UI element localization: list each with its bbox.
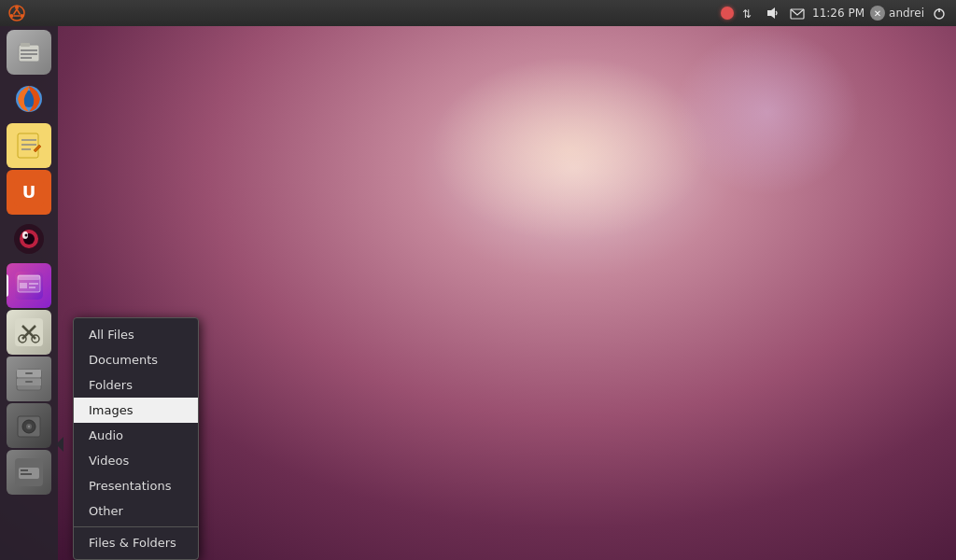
launcher-icon-scissors[interactable] [7,310,51,355]
menu-item-all-files[interactable]: All Files [74,322,198,347]
svg-rect-34 [29,283,38,285]
user-avatar-icon: ✕ [870,6,885,21]
record-indicator [721,7,734,20]
launcher-arrow [56,437,63,452]
svg-point-29 [25,234,28,237]
svg-rect-16 [21,57,32,59]
svg-rect-14 [21,49,37,51]
panel-right: ⇅ 11:26 PM ✕ andrei [721,4,956,22]
context-menu: All Files Documents Folders Images Audio… [73,317,199,560]
svg-rect-43 [25,372,33,374]
svg-marker-8 [767,7,775,19]
username-label: andrei [889,7,924,20]
menu-item-presentations[interactable]: Presentations [74,473,198,498]
launcher-icon-files[interactable] [7,30,51,75]
menu-item-audio[interactable]: Audio [74,423,198,448]
menu-item-videos[interactable]: Videos [74,448,198,473]
mail-icon[interactable] [788,4,807,22]
launcher-icon-app5[interactable] [7,217,51,261]
svg-point-3 [10,14,14,18]
menu-divider [74,526,198,527]
menu-item-documents[interactable]: Documents [74,347,198,372]
svg-line-4 [17,9,21,15]
menu-item-files-folders[interactable]: Files & Folders [74,530,198,555]
top-panel: ⇅ 11:26 PM ✕ andrei [0,0,956,26]
launcher-icon-app10[interactable] [7,450,51,495]
launcher-icon-disk[interactable] [7,403,51,448]
network-icon[interactable]: ⇅ [739,4,758,22]
svg-rect-13 [21,43,30,47]
launcher-icon-notes[interactable] [7,123,51,168]
svg-point-1 [15,6,19,9]
svg-rect-19 [18,133,38,158]
svg-rect-33 [20,283,27,288]
launcher-icon-ubuntu-one[interactable]: U [7,170,51,215]
launcher-icon-firefox[interactable] [7,77,51,121]
svg-rect-32 [18,275,40,280]
menu-item-folders[interactable]: Folders [74,372,198,398]
panel-left [0,0,30,26]
power-icon[interactable] [930,4,949,22]
user-menu[interactable]: ✕ andrei [870,6,924,21]
svg-rect-53 [21,473,32,475]
launcher-icon-drawer[interactable] [7,357,51,401]
svg-rect-45 [25,381,33,383]
svg-point-49 [28,426,30,427]
clock[interactable]: 11:26 PM [812,7,865,20]
svg-text:⇅: ⇅ [742,7,752,21]
menu-item-images[interactable]: Images [74,398,198,423]
svg-text:U: U [22,182,36,202]
launcher: U [0,26,58,560]
svg-line-5 [14,9,18,15]
launcher-icon-app6[interactable] [7,263,51,308]
svg-rect-52 [21,469,28,471]
svg-point-2 [21,14,24,18]
svg-rect-15 [21,53,37,55]
menu-item-other[interactable]: Other [74,498,198,524]
volume-icon[interactable] [764,4,782,22]
ubuntu-logo-icon[interactable] [4,0,30,26]
svg-rect-35 [29,287,35,288]
